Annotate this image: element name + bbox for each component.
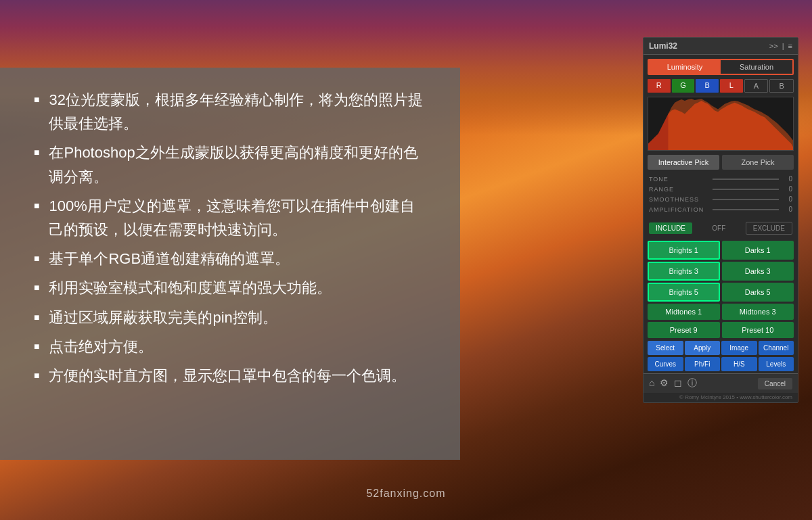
footer-icons: ⌂ ⚙ ◻ ⓘ bbox=[649, 377, 697, 389]
smoothness-track[interactable] bbox=[713, 199, 779, 200]
include-exclude-row: INCLUDE OFF EXCLUDE bbox=[644, 218, 798, 238]
preset-brights1[interactable]: Brights 1 bbox=[648, 241, 720, 260]
preset-10[interactable]: Preset 10 bbox=[722, 322, 794, 338]
sliders-section: TONE 0 RANGE 0 SMOOTHNESS 0 AMPLIFICATIO… bbox=[644, 172, 798, 218]
tone-label: TONE bbox=[649, 176, 710, 183]
channel-button[interactable]: Channel bbox=[759, 341, 794, 355]
preset-darks3[interactable]: Darks 3 bbox=[722, 262, 794, 281]
apply-button[interactable]: Apply bbox=[685, 341, 721, 355]
panel-header-icons: >> | ≡ bbox=[769, 42, 792, 50]
preset-9[interactable]: Preset 9 bbox=[648, 322, 720, 338]
panel-title: Lumi32 bbox=[649, 41, 677, 51]
preset-midtones3[interactable]: Midtones 3 bbox=[722, 304, 794, 320]
expand-icon[interactable]: >> bbox=[769, 42, 778, 50]
list-item: 方便的实时直方图，显示您口罩中包含的每一个色调。 bbox=[34, 364, 426, 387]
range-track[interactable] bbox=[713, 189, 779, 190]
tab-saturation[interactable]: Saturation bbox=[721, 60, 792, 74]
list-item: 利用实验室模式和饱和度遮罩的强大功能。 bbox=[34, 276, 426, 300]
features-list: 32位光度蒙版，根据多年经验精心制作，将为您的照片提供最佳选择。 在Photos… bbox=[34, 88, 426, 387]
smoothness-value: 0 bbox=[782, 195, 792, 203]
tab-luminosity[interactable]: Luminosity bbox=[649, 60, 721, 74]
preset-brights5[interactable]: Brights 5 bbox=[648, 283, 720, 302]
list-item: 通过区域屏蔽获取完美的pin控制。 bbox=[34, 306, 426, 329]
plugin-panel: Lumi32 >> | ≡ Luminosity Saturation R G … bbox=[643, 37, 798, 403]
tone-value: 0 bbox=[782, 175, 792, 183]
interactive-pick-button[interactable]: Interactive Pick bbox=[648, 155, 719, 170]
preset-darks5[interactable]: Darks 5 bbox=[722, 283, 794, 302]
preset-midtones1[interactable]: Midtones 1 bbox=[648, 304, 720, 320]
image-button[interactable]: Image bbox=[721, 341, 757, 355]
cancel-button[interactable]: Cancel bbox=[758, 378, 792, 389]
home-icon[interactable]: ⌂ bbox=[649, 377, 654, 389]
channel-tab-b2[interactable]: B bbox=[769, 79, 794, 93]
preset-darks1[interactable]: Darks 1 bbox=[722, 241, 794, 260]
range-value: 0 bbox=[782, 185, 792, 193]
channel-tab-l[interactable]: L bbox=[720, 79, 743, 93]
watermark: 52fanxing.com bbox=[366, 488, 445, 500]
rgb-lab-tabs: R G B L A B bbox=[648, 79, 794, 93]
select-button[interactable]: Select bbox=[648, 341, 683, 355]
zone-pick-button[interactable]: Zone Pick bbox=[722, 155, 794, 170]
file-icon[interactable]: ◻ bbox=[674, 377, 682, 389]
panel-header: Lumi32 >> | ≡ bbox=[644, 38, 798, 55]
histogram-area bbox=[648, 97, 794, 151]
amplification-slider-row: AMPLIFICATION 0 bbox=[649, 206, 792, 213]
list-item: 100%用户定义的遮罩，这意味着您可以在插件中创建自己的预设，以便在需要时快速访… bbox=[34, 194, 426, 241]
amplification-value: 0 bbox=[782, 206, 792, 213]
smoothness-label: SMOOTHNESS bbox=[649, 196, 710, 203]
lumi-sat-tabs: Luminosity Saturation bbox=[648, 59, 794, 75]
list-item: 32位光度蒙版，根据多年经验精心制作，将为您的照片提供最佳选择。 bbox=[34, 88, 426, 135]
levels-button[interactable]: Levels bbox=[759, 357, 794, 371]
include-button[interactable]: INCLUDE bbox=[649, 222, 692, 234]
left-panel: 32位光度蒙版，根据多年经验精心制作，将为您的照片提供最佳选择。 在Photos… bbox=[0, 68, 460, 460]
menu-icon[interactable]: ≡ bbox=[788, 42, 792, 50]
channel-tab-r[interactable]: R bbox=[648, 79, 671, 93]
action-buttons-row1: Select Apply Image Channel bbox=[648, 341, 794, 355]
preset-grid: Brights 1 Darks 1 Brights 3 Darks 3 Brig… bbox=[648, 241, 794, 338]
pick-buttons: Interactive Pick Zone Pick bbox=[648, 155, 794, 170]
smoothness-slider-row: SMOOTHNESS 0 bbox=[649, 195, 792, 203]
range-slider-row: RANGE 0 bbox=[649, 185, 792, 193]
settings-icon[interactable]: ⚙ bbox=[660, 377, 669, 389]
channel-tab-a[interactable]: A bbox=[744, 79, 769, 93]
tone-track[interactable] bbox=[713, 179, 779, 180]
phfi-button[interactable]: Ph/Fi bbox=[685, 357, 721, 371]
channel-tab-g[interactable]: G bbox=[672, 79, 695, 93]
list-item: 基于单个RGB通道创建精确的遮罩。 bbox=[34, 247, 426, 270]
histogram-svg bbox=[648, 97, 793, 150]
panel-credit: © Romy McIntyre 2015 • www.shuttercolor.… bbox=[644, 393, 798, 402]
list-item: 在Photoshop之外生成蒙版以获得更高的精度和更好的色调分离。 bbox=[34, 141, 426, 188]
range-label: RANGE bbox=[649, 186, 710, 193]
tone-slider-row: TONE 0 bbox=[649, 175, 792, 183]
channel-tab-b[interactable]: B bbox=[696, 79, 719, 93]
amplification-label: AMPLIFICATION bbox=[649, 206, 710, 213]
curves-button[interactable]: Curves bbox=[648, 357, 683, 371]
exclude-button[interactable]: EXCLUDE bbox=[746, 222, 792, 235]
hs-button[interactable]: H/S bbox=[721, 357, 757, 371]
off-label: OFF bbox=[712, 224, 725, 232]
info-icon[interactable]: ⓘ bbox=[687, 377, 697, 389]
preset-brights3[interactable]: Brights 3 bbox=[648, 262, 720, 281]
divider: | bbox=[782, 42, 784, 50]
panel-footer: ⌂ ⚙ ◻ ⓘ Cancel bbox=[644, 373, 798, 393]
action-buttons-row2: Curves Ph/Fi H/S Levels bbox=[648, 357, 794, 371]
list-item: 点击绝对方便。 bbox=[34, 335, 426, 358]
amplification-track[interactable] bbox=[713, 209, 779, 210]
